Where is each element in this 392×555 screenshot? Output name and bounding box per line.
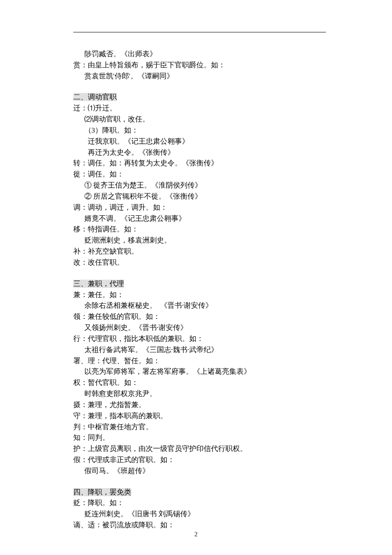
body-line: 假：代理或非正式的官职。如： [73, 454, 326, 465]
document-page: 陟罚臧否。《出师表》 赏：由皇上特旨颁布，赐于臣下官职爵位。如： 赏袁世凯'侍郎… [0, 0, 392, 531]
body-line: 赏袁世凯'侍郎'。《谭嗣同》 [73, 71, 326, 82]
body-line: 改：改任官职。 [73, 257, 326, 268]
section-heading: 四、降职，罢免类 [73, 487, 326, 498]
body-line: ② 所居之官辄积年不徙。《张衡传》 [73, 191, 326, 202]
top-rule [73, 32, 326, 32]
body-line: 赏：由皇上特旨颁布，赐于臣下官职爵位。如： [73, 60, 326, 71]
highlight: 三、兼职，代理 [73, 280, 124, 288]
body-line: 徙：调任。如： [73, 169, 326, 180]
body-line: 署、理：代理、暂任。如： [73, 356, 326, 367]
body-line: 贬潮洲刺史，移袁洲刺史。 [73, 235, 326, 246]
body-line: 贬：降职。如： [73, 497, 326, 509]
body-line: 以亮为军师将军，署左将军府事。《上诸葛亮集表》 [73, 366, 326, 377]
body-line: 贬连州刺史。《旧唐书 刘禹锡传》 [73, 509, 326, 520]
body-line: 补：补充空缺官职。 [73, 246, 326, 257]
body-line: 迁我京职。《记王忠肃公翱事》 [73, 136, 326, 147]
highlight: 二、调动官职 [73, 93, 117, 101]
body-line: 假司马。《班超传》 [73, 465, 326, 477]
body-line: ① 徙齐王信为楚王。《淮阴侯列传》 [73, 180, 326, 191]
body-line: 行：代理官职，指比本职低的兼职。如： [73, 333, 326, 344]
body-line: 兼：兼任。如： [73, 289, 326, 301]
paragraph-gap [73, 81, 326, 92]
body-line: 婿竟不调。《记王忠肃公翱事》 [73, 213, 326, 224]
paragraph-gap [73, 477, 326, 487]
section-heading: 二、调动官职 [73, 92, 326, 103]
body-line: ⑵调动官职，改任。 [73, 114, 326, 125]
body-line: 又领扬州刺史。《晋书·谢安传》 [73, 322, 326, 333]
body-line: 余除右丞相兼枢秘史。 《晋书·谢安传》 [73, 300, 326, 311]
body-line: 调：调动，调迁，调升。如： [73, 202, 326, 213]
body-line: 转：调任。如：再转复为太史令。《张衡传》 [73, 158, 326, 169]
paragraph-gap [73, 268, 326, 278]
body-line: 陟罚臧否。《出师表》 [73, 49, 326, 60]
body-line: 知：同判。 [73, 432, 326, 443]
body-line: 移：特指调任。如： [73, 224, 326, 235]
body-line: 摄：兼理，尤指暂兼。 [73, 399, 326, 410]
body-line: 领：兼任较低的官职。如： [73, 311, 326, 322]
body-line: 权：暂代官职。如： [73, 377, 326, 388]
body-line: 护：上级官员离职，由次一级官员守护印信代行职权。 [73, 443, 326, 454]
body-line: 太祖行备武将军。《三国志·魏书·武帝纪》 [73, 344, 326, 356]
body-line: 守：兼理，指本职高的兼职。 [73, 410, 326, 422]
body-line: 时韩愈吏部权京兆尹。 [73, 388, 326, 399]
highlight: 四、降职，罢免类 [73, 488, 131, 496]
body-line: 迁：⑴升迁。 [73, 103, 326, 114]
section-heading: 三、兼职，代理 [73, 278, 326, 289]
body-line: 谪、适：被罚流放或降职。如： [73, 520, 326, 531]
body-line: （3）降职。如： [73, 125, 326, 136]
body-line: 判：中枢官兼任地方官。 [73, 422, 326, 433]
page-number: 2 [0, 531, 392, 538]
body-line: 再迁为太史令。《张衡传》 [73, 147, 326, 158]
